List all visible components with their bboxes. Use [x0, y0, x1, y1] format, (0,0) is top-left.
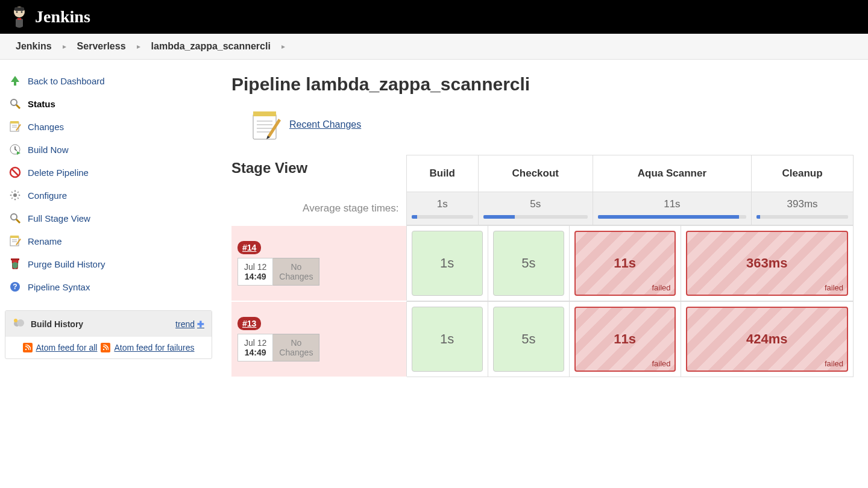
svg-rect-29	[253, 114, 276, 139]
stage-header: Checkout	[478, 155, 593, 192]
help-icon: ?	[8, 280, 22, 293]
build-row-header: #14Jul 1214:49NoChanges	[231, 226, 406, 301]
search-icon	[8, 97, 22, 110]
failed-label: failed	[652, 359, 670, 368]
failed-label: failed	[825, 359, 843, 368]
build-row-header: #13Jul 1214:49NoChanges	[231, 302, 406, 377]
plus-icon: ✚	[197, 319, 204, 329]
svg-rect-18	[10, 236, 19, 238]
weather-icon	[13, 317, 25, 331]
sidebar-item-build-now[interactable]: Build Now	[5, 138, 212, 161]
build-date: Jul 1214:49	[237, 334, 273, 361]
notepad-icon	[8, 120, 22, 133]
failed-label: failed	[652, 283, 670, 292]
svg-rect-4	[17, 18, 21, 20]
build-history-panel: Build History trend ✚ Atom feed for all …	[5, 310, 212, 359]
jenkins-logo-icon	[10, 5, 29, 29]
rss-icon	[101, 343, 110, 352]
avg-stage-time: 5s	[478, 192, 593, 225]
stage-cell-failed[interactable]: 11sfailed	[569, 226, 681, 301]
stage-cell[interactable]: 5s	[488, 226, 569, 301]
svg-rect-21	[11, 258, 19, 260]
sidebar-item-label: Delete Pipeline	[28, 167, 89, 178]
recent-changes-link[interactable]: Recent Changes	[289, 119, 361, 130]
chevron-right-icon: ▸	[132, 42, 145, 51]
avg-stage-time: 393ms	[752, 192, 854, 225]
svg-rect-1	[14, 7, 24, 11]
stage-cell[interactable]: 1s	[406, 302, 488, 377]
sidebar-item-purge-build-history[interactable]: Purge Build History	[5, 252, 212, 275]
svg-point-15	[11, 214, 17, 220]
failed-label: failed	[825, 283, 843, 292]
sidebar: Back to DashboardStatusChangesBuild NowD…	[0, 60, 217, 387]
trash-shield-icon	[8, 257, 22, 271]
svg-point-14	[13, 193, 17, 197]
gear-icon	[8, 189, 22, 202]
build-number-badge[interactable]: #14	[237, 241, 261, 254]
stage-cell-failed[interactable]: 11sfailed	[569, 302, 681, 377]
stage-cell-failed[interactable]: 424msfailed	[681, 302, 853, 377]
sidebar-item-label: Pipeline Syntax	[28, 282, 90, 292]
svg-point-27	[25, 349, 26, 350]
sidebar-item-configure[interactable]: Configure	[5, 184, 212, 207]
svg-line-16	[16, 219, 20, 223]
avg-stage-time: 1s	[406, 192, 478, 225]
sidebar-item-delete-pipeline[interactable]: Delete Pipeline	[5, 161, 212, 184]
sidebar-item-rename[interactable]: Rename	[5, 230, 212, 252]
svg-point-5	[11, 99, 17, 105]
sidebar-item-label: Back to Dashboard	[28, 76, 105, 86]
chevron-right-icon: ▸	[58, 42, 71, 51]
breadcrumb-item[interactable]: Jenkins	[12, 41, 55, 52]
rss-icon	[23, 343, 33, 352]
sidebar-item-label: Configure	[28, 190, 67, 201]
sidebar-item-label: Purge Build History	[28, 259, 105, 269]
stage-cell[interactable]: 1s	[406, 226, 488, 301]
sv-head-lead	[231, 155, 406, 192]
stage-header: Cleanup	[752, 155, 854, 192]
svg-rect-30	[253, 111, 276, 116]
notepad-icon	[8, 234, 22, 248]
notepad-icon	[250, 109, 281, 140]
stage-view-table: BuildCheckoutAqua ScannerCleanup Average…	[231, 155, 854, 225]
breadcrumbs: Jenkins ▸ Serverless ▸ lambda_zappa_scan…	[0, 34, 868, 60]
sidebar-item-label: Changes	[28, 122, 64, 132]
clock-play-icon	[8, 143, 22, 156]
atom-feed-failures-link[interactable]: Atom feed for failures	[114, 343, 194, 352]
breadcrumb-item[interactable]: Serverless	[74, 41, 130, 52]
stage-cell-failed[interactable]: 363msfailed	[681, 226, 853, 301]
stage-cell[interactable]: 5s	[488, 302, 569, 377]
svg-point-28	[103, 349, 104, 350]
app-header: Jenkins	[0, 0, 868, 34]
sidebar-item-label: Rename	[28, 236, 62, 246]
sidebar-item-full-stage-view[interactable]: Full Stage View	[5, 207, 212, 230]
atom-feed-all-link[interactable]: Atom feed for all	[36, 343, 98, 352]
svg-point-26	[14, 319, 17, 322]
avg-label: Average stage times:	[231, 192, 406, 225]
svg-text:?: ?	[13, 283, 17, 291]
sidebar-item-status[interactable]: Status	[5, 92, 212, 115]
trend-link[interactable]: trend ✚	[175, 319, 204, 329]
avg-stage-time: 11s	[593, 192, 752, 225]
sidebar-item-pipeline-syntax[interactable]: ?Pipeline Syntax	[5, 275, 212, 298]
no-entry-icon	[8, 166, 22, 179]
build-history-title: Build History	[31, 319, 83, 329]
sidebar-item-back-to-dashboard[interactable]: Back to Dashboard	[5, 69, 212, 92]
chevron-right-icon: ▸	[277, 42, 290, 51]
arrow-up-icon	[8, 74, 22, 87]
sidebar-item-label: Full Stage View	[28, 213, 90, 224]
search-icon	[8, 211, 22, 225]
svg-point-3	[21, 11, 23, 13]
page-title: Pipeline lambda_zappa_scannercli	[231, 74, 854, 95]
sidebar-item-changes[interactable]: Changes	[5, 115, 212, 138]
breadcrumb-item[interactable]: lambda_zappa_scannercli	[148, 41, 274, 52]
logo[interactable]: Jenkins	[10, 5, 90, 29]
stage-header: Build	[406, 155, 478, 192]
build-number-badge[interactable]: #13	[237, 317, 261, 330]
build-changes: NoChanges	[273, 334, 319, 361]
build-changes: NoChanges	[273, 258, 319, 286]
svg-rect-8	[10, 121, 19, 124]
main-content: Pipeline lambda_zappa_scannercli Recent …	[217, 60, 868, 387]
svg-line-6	[16, 105, 20, 108]
svg-point-25	[17, 319, 24, 327]
sidebar-item-label: Build Now	[28, 145, 69, 155]
